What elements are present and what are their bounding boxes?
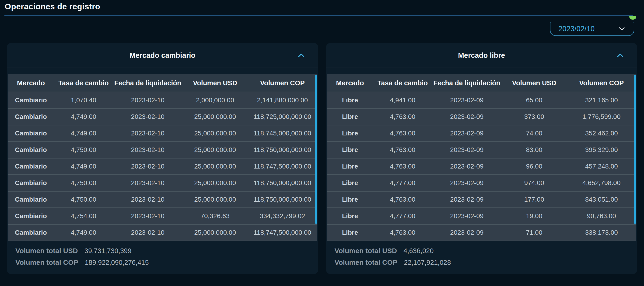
table-cell: 118,750,000,000.00 <box>248 175 317 191</box>
col-header-exchange-rate: Tasa de cambio <box>373 74 432 92</box>
table-cell: 2023-02-09 <box>432 142 502 158</box>
cell-market: Libre <box>327 158 373 175</box>
table-cell: 2023-02-10 <box>113 191 182 208</box>
table-row: Libre4,763.002023-02-0983.00395,329.00 <box>327 142 636 158</box>
table-cell: 2023-02-09 <box>432 175 502 191</box>
date-select[interactable]: 2023/02/10 <box>550 22 634 36</box>
table-cell: 2023-02-10 <box>113 92 182 109</box>
table-cell: 4,763.00 <box>373 109 432 125</box>
totals-section: Volumen total USD 39,731,730,399 Volumen… <box>16 245 318 268</box>
table-cell: 4,652,798.00 <box>567 175 636 191</box>
page-title: Operaciones de registro <box>5 2 100 11</box>
table-cell: 1,070.40 <box>54 92 113 109</box>
total-cop-value: 22,167,921,028 <box>404 259 451 267</box>
table-cell: 2023-02-09 <box>432 208 502 225</box>
table-cell: 2023-02-09 <box>432 225 502 241</box>
table-cell: 457,248.00 <box>567 158 636 175</box>
total-usd-row: Volumen total USD 39,731,730,399 <box>16 245 318 257</box>
table-row: Libre4,763.002023-02-09373.001,776,599.0… <box>327 109 636 125</box>
table-cell: 70,326.63 <box>182 208 248 225</box>
cell-market: Cambiario <box>8 109 54 125</box>
table-cell: 373.00 <box>502 109 567 125</box>
table-cell: 96.00 <box>502 158 567 175</box>
col-header-market: Mercado <box>327 74 373 92</box>
total-usd-label: Volumen total USD <box>16 247 78 255</box>
total-cop-row: Volumen total COP 189,922,090,276,415 <box>16 257 318 268</box>
collapse-button[interactable] <box>296 50 306 61</box>
table-cell: 1,776,599.00 <box>567 109 636 125</box>
cell-market: Libre <box>327 175 373 191</box>
table-cell: 118,747,500,000.00 <box>248 225 317 241</box>
table-row: Cambiario4,749.002023-02-1025,000,000.00… <box>8 125 317 142</box>
cell-market: Cambiario <box>8 158 54 175</box>
table-cell: 4,754.00 <box>54 208 113 225</box>
table-cell: 843,051.00 <box>567 191 636 208</box>
table-row: Cambiario4,749.002023-02-1025,000,000.00… <box>8 158 317 175</box>
table-cell: 25,000,000.00 <box>182 225 248 241</box>
total-usd-value: 4,636,020 <box>404 247 434 255</box>
cell-market: Cambiario <box>8 142 54 158</box>
table-scrollbar[interactable] <box>634 75 636 224</box>
table-row: Libre4,777.002023-02-09974.004,652,798.0… <box>327 175 636 191</box>
table-cell: 2023-02-10 <box>113 109 182 125</box>
table-cell: 2023-02-10 <box>113 142 182 158</box>
col-header-market: Mercado <box>8 74 54 92</box>
col-header-exchange-rate: Tasa de cambio <box>54 74 113 92</box>
table-row: Cambiario4,750.002023-02-1025,000,000.00… <box>8 142 317 158</box>
cell-market: Cambiario <box>8 92 54 109</box>
table-cell: 25,000,000.00 <box>182 191 248 208</box>
table-cell: 25,000,000.00 <box>182 142 248 158</box>
table-cell: 74.00 <box>502 125 567 142</box>
col-header-volume-usd: Volumen USD <box>182 74 248 92</box>
table-cell: 4,763.00 <box>373 158 432 175</box>
cell-market: Cambiario <box>8 175 54 191</box>
table-cell: 71.00 <box>502 225 567 241</box>
card-mercado-cambiario: Mercado cambiario Mercado Tasa de cambio… <box>7 43 318 274</box>
card-header-cambiario[interactable]: Mercado cambiario <box>7 43 318 68</box>
collapse-button[interactable] <box>615 50 625 61</box>
table-cell: 2023-02-10 <box>113 175 182 191</box>
cell-market: Cambiario <box>8 125 54 142</box>
table-cell: 25,000,000.00 <box>182 175 248 191</box>
table-cell: 2023-02-09 <box>432 109 502 125</box>
table-cell: 2023-02-10 <box>113 208 182 225</box>
table-row: Libre4,763.002023-02-0971.00338,173.00 <box>327 225 636 241</box>
chevron-down-icon <box>619 27 625 31</box>
total-cop-label: Volumen total COP <box>16 259 78 267</box>
cell-market: Libre <box>327 125 373 142</box>
table-container: Mercado Tasa de cambio Fecha de liquidac… <box>8 74 317 241</box>
table-cell: 25,000,000.00 <box>182 125 248 142</box>
table-header-row: Mercado Tasa de cambio Fecha de liquidac… <box>327 74 636 92</box>
card-header-libre[interactable]: Mercado libre <box>326 43 637 68</box>
total-usd-label: Volumen total USD <box>334 247 397 255</box>
table-cell: 4,763.00 <box>373 191 432 208</box>
table-cell: 395,329.00 <box>567 142 636 158</box>
table-cell: 118,747,500,000.00 <box>248 158 317 175</box>
cell-market: Libre <box>327 109 373 125</box>
table-cell: 4,749.00 <box>54 225 113 241</box>
table-row: Libre4,941.002023-02-0965.00321,165.00 <box>327 92 636 109</box>
table-scrollbar[interactable] <box>315 75 317 224</box>
table-cell: 4,749.00 <box>54 109 113 125</box>
table-row: Cambiario4,749.002023-02-1025,000,000.00… <box>8 225 317 241</box>
table-row: Libre4,763.002023-02-09177.00843,051.00 <box>327 191 636 208</box>
table-cell: 90,763.00 <box>567 208 636 225</box>
total-usd-value: 39,731,730,399 <box>84 247 132 255</box>
status-dot <box>629 16 636 19</box>
date-select-value: 2023/02/10 <box>558 25 594 33</box>
cell-market: Cambiario <box>8 191 54 208</box>
table-cell: 352,462.00 <box>567 125 636 142</box>
chevron-up-icon <box>298 53 304 57</box>
card-title: Mercado libre <box>458 51 505 60</box>
table-cell: 118,750,000,000.00 <box>248 142 317 158</box>
table-container: Mercado Tasa de cambio Fecha de liquidac… <box>327 74 636 241</box>
table-cell: 2023-02-09 <box>432 125 502 142</box>
col-header-volume-usd: Volumen USD <box>502 74 567 92</box>
table-cell: 118,750,000,000.00 <box>248 191 317 208</box>
table-cell: 2023-02-09 <box>432 92 502 109</box>
table-cell: 118,745,000,000.00 <box>248 125 317 142</box>
top-divider <box>4 15 633 16</box>
table-cell: 2023-02-10 <box>113 158 182 175</box>
table-cell: 4,941.00 <box>373 92 432 109</box>
total-cop-value: 189,922,090,276,415 <box>85 259 149 267</box>
